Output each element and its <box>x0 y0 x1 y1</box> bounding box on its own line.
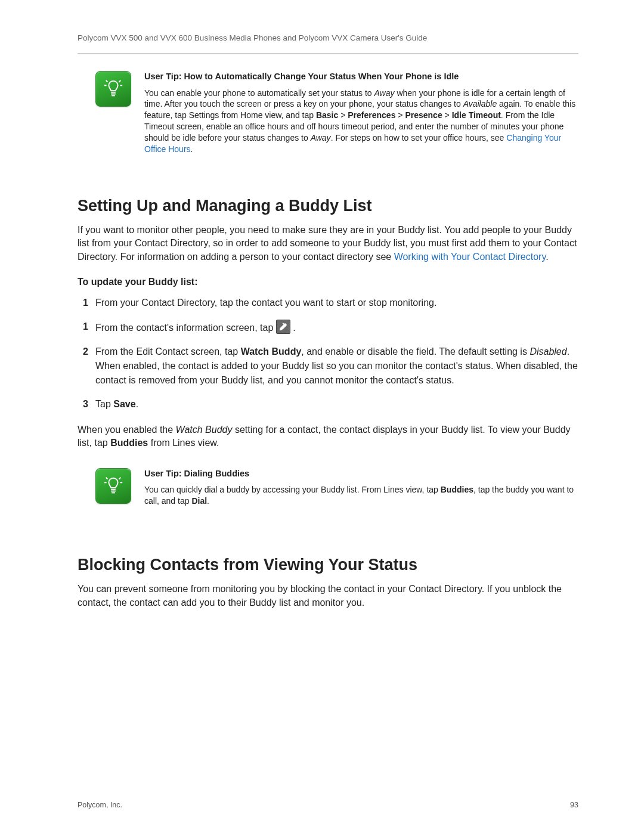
tip-title: User Tip: How to Automatically Change Yo… <box>144 71 578 83</box>
user-tip-dialing-buddies: User Tip: Dialing Buddies You can quickl… <box>95 468 578 507</box>
step-number: 1 <box>78 320 88 335</box>
menu-presence-bold: Presence <box>405 110 442 120</box>
para-after-steps: When you enabled the Watch Buddy setting… <box>78 423 578 450</box>
step-text: From the contact's information screen, t… <box>95 320 578 335</box>
header-rule <box>78 53 578 54</box>
status-available-italic: Available <box>463 99 497 109</box>
heading-buddy-list: Setting Up and Managing a Buddy List <box>78 197 578 215</box>
step-number: 2 <box>78 345 88 388</box>
watch-buddy-bold: Watch Buddy <box>241 346 302 357</box>
document-page: Polycom VVX 500 and VVX 600 Business Med… <box>0 0 644 833</box>
step-3: 3 Tap Save. <box>78 397 578 411</box>
link-contact-directory[interactable]: Working with Your Contact Directory <box>394 252 546 262</box>
subhead-update-buddy-list: To update your Buddy list: <box>78 277 578 287</box>
step-number: 3 <box>78 397 88 411</box>
buddies-bold-2: Buddies <box>441 485 473 494</box>
page-footer: Polycom, Inc. 93 <box>78 801 578 809</box>
lightbulb-icon <box>95 468 131 504</box>
svg-line-13 <box>119 478 121 479</box>
tip-body: User Tip: Dialing Buddies You can quickl… <box>144 468 578 507</box>
tip-text: You can quickly dial a buddy by accessin… <box>144 485 574 506</box>
pencil-edit-icon <box>276 320 290 334</box>
tip-title: User Tip: Dialing Buddies <box>144 468 578 480</box>
step-list: 1 From your Contact Directory, tap the c… <box>78 296 578 411</box>
svg-line-12 <box>106 478 108 479</box>
save-bold: Save <box>113 399 135 409</box>
status-away-italic: Away <box>374 88 395 98</box>
tip-text: You can enable your phone to automatical… <box>144 88 575 154</box>
para-buddy-intro: If you want to monitor other people, you… <box>78 224 578 264</box>
para-blocking: You can prevent someone from monitoring … <box>78 583 578 609</box>
step-text: From the Edit Contact screen, tap Watch … <box>95 345 578 388</box>
footer-company: Polycom, Inc. <box>78 801 122 809</box>
menu-idle-timeout-bold: Idle Timeout <box>452 110 501 120</box>
dial-bold: Dial <box>191 496 207 506</box>
step-number: 1 <box>78 296 88 310</box>
menu-basic-bold: Basic <box>316 110 338 120</box>
page-header-title: Polycom VVX 500 and VVX 600 Business Med… <box>78 33 578 42</box>
step-text: From your Contact Directory, tap the con… <box>95 296 578 310</box>
lightbulb-icon <box>95 71 131 107</box>
status-away-italic-2: Away <box>311 133 331 143</box>
tip-body: User Tip: How to Automatically Change Yo… <box>144 71 578 155</box>
watch-buddy-italic: Watch Buddy <box>176 425 233 435</box>
menu-preferences-bold: Preferences <box>348 110 395 120</box>
heading-blocking-contacts: Blocking Contacts from Viewing Your Stat… <box>78 556 578 574</box>
disabled-italic: Disabled <box>530 346 566 357</box>
step-text: Tap Save. <box>95 397 578 411</box>
svg-line-6 <box>119 80 121 82</box>
page-number: 93 <box>570 801 578 809</box>
user-tip-idle-status: User Tip: How to Automatically Change Yo… <box>95 71 578 155</box>
step-1b: 1 From the contact's information screen,… <box>78 320 578 335</box>
step-2: 2 From the Edit Contact screen, tap Watc… <box>78 345 578 388</box>
buddies-bold: Buddies <box>110 438 148 448</box>
svg-line-5 <box>106 80 108 82</box>
step-1: 1 From your Contact Directory, tap the c… <box>78 296 578 310</box>
